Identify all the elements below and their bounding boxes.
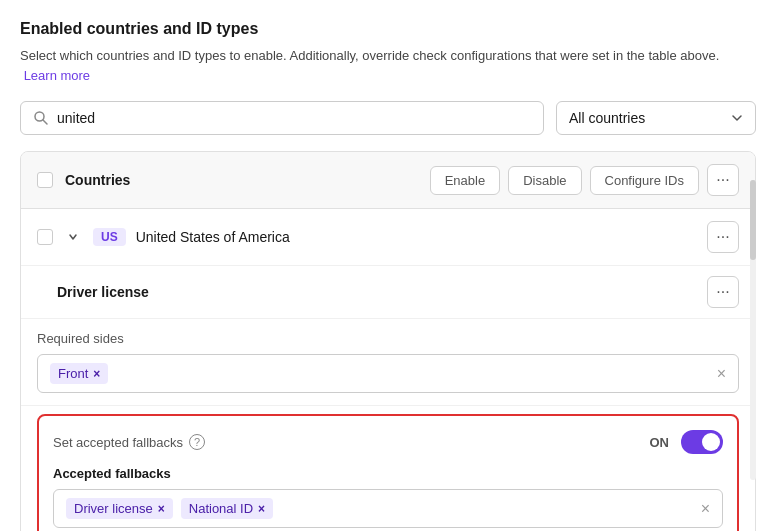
country-checkbox[interactable] <box>37 229 53 245</box>
disable-button[interactable]: Disable <box>508 166 581 195</box>
national-id-fallback-tag: National ID × <box>181 498 273 519</box>
header-actions: Enable Disable Configure IDs ··· <box>430 164 739 196</box>
learn-more-link[interactable]: Learn more <box>24 68 90 83</box>
required-sides-label: Required sides <box>37 331 739 346</box>
svg-line-1 <box>43 120 47 124</box>
country-row-us: US United States of America ··· <box>21 209 755 266</box>
section-description: Select which countries and ID types to e… <box>20 46 756 85</box>
country-more-button[interactable]: ··· <box>707 221 739 253</box>
fallback-toggle[interactable] <box>681 430 723 454</box>
accepted-fallbacks-input[interactable]: Driver license × National ID × × <box>53 489 723 528</box>
country-filter-dropdown[interactable]: All countries <box>556 101 756 135</box>
enable-button[interactable]: Enable <box>430 166 500 195</box>
national-id-tag-label: National ID <box>189 501 253 516</box>
scrollbar-track <box>750 180 756 480</box>
accepted-fallbacks-label: Accepted fallbacks <box>53 466 723 481</box>
table-header-label: Countries <box>65 172 418 188</box>
driver-license-fallback-tag: Driver license × <box>66 498 173 519</box>
fallbacks-clear[interactable]: × <box>701 500 710 518</box>
fallback-header: Set accepted fallbacks ? ON <box>53 430 723 454</box>
fallback-toggle-label: ON <box>650 435 670 450</box>
fallback-title: Set accepted fallbacks ? <box>53 434 205 450</box>
countries-table: Countries Enable Disable Configure IDs ·… <box>20 151 756 531</box>
required-sides-clear[interactable]: × <box>717 365 726 383</box>
country-flag-badge: US <box>93 228 126 246</box>
country-name: United States of America <box>136 229 697 245</box>
driver-license-tag-remove[interactable]: × <box>158 502 165 516</box>
section-title: Enabled countries and ID types <box>20 20 756 38</box>
filter-label: All countries <box>569 110 645 126</box>
id-type-label: Driver license <box>57 284 697 300</box>
id-type-more-button[interactable]: ··· <box>707 276 739 308</box>
fallback-help-icon[interactable]: ? <box>189 434 205 450</box>
search-input[interactable] <box>57 110 531 126</box>
select-all-checkbox[interactable] <box>37 172 53 188</box>
front-tag-remove[interactable]: × <box>93 367 100 381</box>
front-tag-label: Front <box>58 366 88 381</box>
id-type-row-driver-license: Driver license ··· <box>21 266 755 319</box>
header-more-button[interactable]: ··· <box>707 164 739 196</box>
fallback-section: Set accepted fallbacks ? ON Accepted fal… <box>37 414 739 531</box>
chevron-down-icon <box>731 112 743 124</box>
driver-license-tag-label: Driver license <box>74 501 153 516</box>
required-sides-input[interactable]: Front × × <box>37 354 739 393</box>
front-tag: Front × <box>50 363 108 384</box>
table-header-row: Countries Enable Disable Configure IDs ·… <box>21 152 755 209</box>
search-box <box>20 101 544 135</box>
required-sides-section: Required sides Front × × <box>21 319 755 406</box>
fallback-title-text: Set accepted fallbacks <box>53 435 183 450</box>
country-expand-button[interactable] <box>63 227 83 247</box>
search-icon <box>33 110 49 126</box>
national-id-tag-remove[interactable]: × <box>258 502 265 516</box>
scrollbar-thumb[interactable] <box>750 180 756 260</box>
fallback-toggle-wrapper: ON <box>650 430 724 454</box>
configure-ids-button[interactable]: Configure IDs <box>590 166 699 195</box>
